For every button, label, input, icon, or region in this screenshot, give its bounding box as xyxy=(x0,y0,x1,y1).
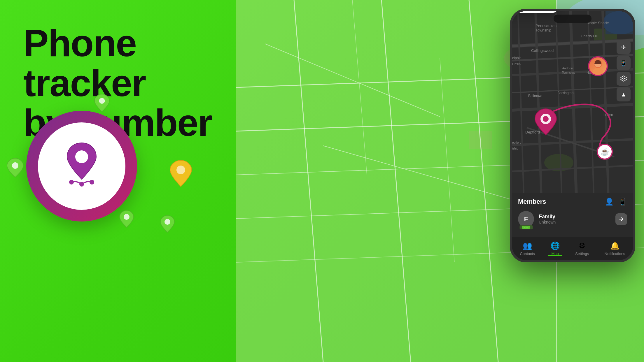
family-member-info: Family Unknown xyxy=(539,214,611,224)
family-avatar: F 75% xyxy=(518,211,534,227)
deco-pin-yellow xyxy=(169,159,192,189)
svg-text:Haddon: Haddon xyxy=(562,66,573,70)
mom-popup: MOM Coffe Shop xyxy=(512,11,558,13)
members-title: Members xyxy=(518,198,546,205)
phone-container: Pennsauken Township Maple Shade Cherry H… xyxy=(510,9,638,359)
svg-text:Township: Township xyxy=(562,71,575,74)
headline-line1: Phone tracker xyxy=(23,22,146,104)
svg-point-65 xyxy=(593,68,603,75)
phone-map: Pennsauken Township Maple Shade Cherry H… xyxy=(512,11,633,198)
phone-button[interactable]: 📱 xyxy=(617,56,631,70)
nav-notifications-label: Notifications xyxy=(605,252,625,256)
mom-map-avatar xyxy=(588,56,608,76)
family-navigate-button[interactable] xyxy=(615,213,627,225)
svg-point-24 xyxy=(176,166,185,174)
deco-pin-2 xyxy=(6,157,24,180)
battery-bar: 75% xyxy=(519,225,533,229)
nav-active-indicator xyxy=(548,255,562,256)
svg-text:Barrington: Barrington xyxy=(557,91,573,95)
nav-settings-label: Settings xyxy=(575,252,589,256)
coffee-shop-marker: ☕ xyxy=(597,144,613,160)
map-sidebar[interactable]: ✈ 📱 ▲ xyxy=(617,40,631,101)
members-header: Members 👤 📱 xyxy=(512,193,633,209)
nav-contacts[interactable]: 👥 Contacts xyxy=(520,241,535,256)
svg-text:Cherry Hill: Cherry Hill xyxy=(581,34,598,38)
layers-button[interactable] xyxy=(617,72,631,86)
large-location-pin xyxy=(534,107,557,138)
svg-text:Bellmawr: Bellmawr xyxy=(528,94,542,98)
navigate-button[interactable]: ▲ xyxy=(617,87,631,101)
svg-text:elphia: elphia xyxy=(512,56,522,60)
logo-outer-circle xyxy=(26,111,137,222)
svg-text:Collingswood: Collingswood xyxy=(531,48,554,53)
svg-point-71 xyxy=(543,116,549,122)
svg-text:Township: Township xyxy=(536,28,551,32)
bottom-nav: 👥 Contacts 🌐 Map ⚙ Settings 🔔 Noti xyxy=(512,237,633,260)
deco-pin-3 xyxy=(119,209,134,229)
svg-point-27 xyxy=(164,219,170,225)
svg-marker-72 xyxy=(621,76,626,79)
airplane-button[interactable]: ✈ xyxy=(617,40,631,54)
svg-marker-73 xyxy=(621,78,626,81)
members-action-icons: 👤 📱 xyxy=(605,198,627,206)
svg-text:Pennsauken: Pennsauken xyxy=(536,24,556,28)
phone-notch xyxy=(554,15,592,23)
svg-point-26 xyxy=(124,214,130,220)
svg-text:iship: iship xyxy=(512,147,518,150)
logo-svg xyxy=(52,137,111,195)
logo-inner-circle xyxy=(38,122,125,210)
coffee-icon: ☕ xyxy=(597,144,613,160)
svg-point-25 xyxy=(12,162,18,169)
deco-pin-4 xyxy=(160,214,175,234)
family-status: Unknown xyxy=(539,220,611,224)
phone-bottom-panel: Members 👤 📱 F 75% Fam xyxy=(512,193,633,260)
nav-contacts-label: Contacts xyxy=(520,252,535,256)
family-member-row: F 75% Family Unknown xyxy=(512,209,633,229)
nav-map[interactable]: 🌐 Map xyxy=(550,241,560,256)
phone-screen: Pennsauken Township Maple Shade Cherry H… xyxy=(512,11,633,260)
add-member-icon[interactable]: 👤 xyxy=(605,198,614,206)
svg-point-23 xyxy=(99,98,105,104)
member-phone-icon[interactable]: 📱 xyxy=(618,198,627,206)
family-name: Family xyxy=(539,214,611,220)
nav-settings[interactable]: ⚙ Settings xyxy=(575,241,589,256)
svg-point-19 xyxy=(75,150,88,163)
app-logo xyxy=(26,111,137,222)
svg-text:eptford: eptford xyxy=(512,141,521,144)
phone-map-svg: Pennsauken Township Maple Shade Cherry H… xyxy=(512,11,633,198)
svg-text:LPHIA: LPHIA xyxy=(512,62,521,66)
mom-map-pin: MOM Coffe Shop xyxy=(588,56,608,76)
nav-notifications[interactable]: 🔔 Notifications xyxy=(605,241,625,256)
phone-frame: Pennsauken Township Maple Shade Cherry H… xyxy=(510,9,635,262)
deco-pin-1 xyxy=(94,93,110,114)
